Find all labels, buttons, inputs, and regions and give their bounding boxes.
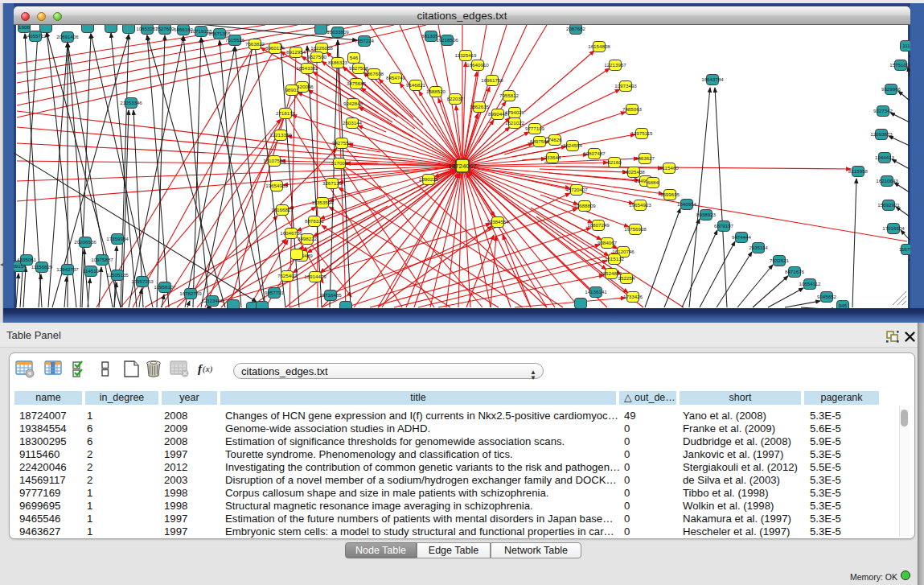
svg-text:7663822: 7663822 [245,41,265,47]
svg-text:19654923: 19654923 [629,202,651,208]
svg-text:21053346: 21053346 [120,100,142,105]
svg-text:2867608: 2867608 [364,71,384,76]
svg-text:9146821: 9146821 [406,82,426,88]
svg-text:2087682: 2087682 [566,26,586,31]
svg-text:10671355: 10671355 [208,31,231,36]
svg-text:12213359: 12213359 [269,132,292,138]
svg-text:20206536: 20206536 [74,239,97,245]
svg-text:18640910: 18640910 [466,62,489,68]
svg-text:20691406: 20691406 [56,34,79,39]
svg-text:15751074: 15751074 [889,62,910,68]
svg-text:12505135: 12505135 [106,272,129,278]
svg-text:98901: 98901 [285,87,299,93]
svg-text:11325419: 11325419 [454,52,477,58]
svg-text:6897568: 6897568 [530,138,550,144]
svg-text:2603144: 2603144 [343,120,363,126]
svg-text:8938923: 8938923 [696,212,717,217]
svg-text:9474444: 9474444 [732,234,752,240]
svg-text:17359934: 17359934 [106,236,129,241]
svg-text:19654933: 19654933 [265,183,288,188]
svg-text:9427552: 9427552 [332,140,352,146]
svg-text:16120746: 16120746 [612,249,634,254]
svg-text:19166827: 19166827 [271,207,294,212]
svg-text:2935114: 2935114 [749,245,768,250]
svg-text:19756928: 19756928 [624,226,647,232]
svg-text:7357224: 7357224 [355,38,375,43]
svg-text:16543382: 16543382 [296,65,318,71]
svg-text:1621022: 1621022 [505,120,525,126]
svg-text:8912954: 8912954 [286,49,306,55]
svg-text:1244413: 1244413 [875,154,895,160]
svg-text:(x): (x) [203,364,213,374]
svg-text:3875685: 3875685 [347,80,367,86]
svg-text:18226058: 18226058 [310,45,333,51]
svg-text:1615132: 1615132 [605,256,625,262]
svg-text:16107553: 16107553 [263,158,285,163]
svg-text:11353594: 11353594 [311,200,334,205]
svg-text:3624554: 3624554 [563,142,583,148]
svg-text:111: 111 [902,43,910,48]
svg-text:9115460: 9115460 [659,165,679,171]
svg-text:7632621: 7632621 [770,257,790,263]
svg-text:8471676: 8471676 [785,269,805,274]
svg-text:10688809: 10688809 [573,203,596,208]
svg-text:14136141: 14136141 [585,289,607,295]
svg-text:2390225: 2390225 [419,176,439,182]
svg-text:12975115: 12975115 [630,130,653,136]
svg-text:16046736: 16046736 [280,230,302,236]
svg-text:16643784: 16643784 [701,76,724,82]
svg-text:9699695: 9699695 [660,192,680,197]
svg-text:74626: 74626 [548,137,562,142]
svg-text:62160: 62160 [607,159,622,165]
svg-text:9329966: 9329966 [881,86,901,92]
svg-text:8186323: 8186323 [328,60,348,65]
svg-text:7485063: 7485063 [622,106,643,112]
svg-text:19218506: 19218506 [436,37,458,43]
svg-text:19384554: 19384554 [487,219,509,225]
svg-text:16914479: 16914479 [304,274,326,279]
svg-text:233644: 233644 [544,154,561,160]
svg-text:4335061: 4335061 [17,257,37,262]
svg-text:10654112: 10654112 [799,281,821,286]
svg-text:10807487: 10807487 [583,150,606,156]
svg-text:6879197: 6879197 [714,223,734,229]
svg-text:114519: 114519 [83,268,100,274]
svg-text:317004: 317004 [331,160,348,166]
svg-text:1527602: 1527602 [155,26,175,31]
svg-text:7955812: 7955812 [499,93,519,98]
svg-text:9777109: 9777109 [525,126,545,131]
svg-text:7515526: 7515526 [225,37,245,43]
svg-text:1908: 1908 [18,25,30,30]
svg-text:18807249: 18807249 [587,222,610,228]
svg-text:116753: 116753 [899,246,910,252]
svg-text:12093873: 12093873 [870,131,893,137]
svg-text:18724007: 18724007 [448,163,477,170]
svg-text:10958107: 10958107 [154,284,176,290]
svg-text:10033809: 10033809 [326,29,349,35]
svg-text:9857791: 9857791 [265,290,285,295]
svg-text:822037: 822037 [447,96,464,101]
svg-text:16961758: 16961758 [481,77,503,83]
svg-text:15692921: 15692921 [877,202,900,208]
svg-text:10973493: 10973493 [614,83,637,89]
svg-text:2718176: 2718176 [276,110,296,116]
svg-text:9327508: 9327508 [349,65,369,71]
svg-text:16210643: 16210643 [876,178,898,183]
svg-text:9227342: 9227342 [873,108,893,113]
svg-text:8960124: 8960124 [265,45,285,51]
svg-text:3498222: 3498222 [298,236,318,241]
svg-text:8878332: 8878332 [305,218,325,224]
svg-text:252254: 252254 [618,275,635,281]
svg-text:11156829: 11156829 [31,264,53,270]
svg-text:546: 546 [350,55,359,60]
svg-text:8215958: 8215958 [848,168,869,174]
svg-text:16154808: 16154808 [588,43,610,49]
svg-text:10025438: 10025438 [622,169,645,175]
svg-text:9084067: 9084067 [598,240,618,245]
svg-text:1640954: 1640954 [677,201,697,207]
svg-text:9242848: 9242848 [343,101,363,106]
svg-text:10975887: 10975887 [91,257,113,262]
svg-text:9463627: 9463627 [635,155,655,161]
svg-text:43720407: 43720407 [565,187,588,192]
svg-text:6884: 6884 [647,179,659,185]
